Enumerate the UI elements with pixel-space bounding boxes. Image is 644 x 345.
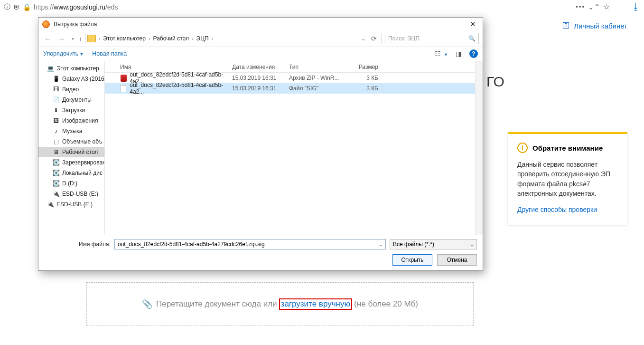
tree-item[interactable]: ⬚Объемные объ [38,136,104,147]
chevron-down-icon: ⌄ [470,242,474,247]
search-placeholder: Поиск: ЭЦП [388,35,420,42]
chevron-right-icon: › [190,36,196,41]
dialog-nav-row: ← → ▾ ↑ › Этот компьютер › Рабочий стол … [38,31,483,46]
folder-icon [87,35,96,42]
column-date[interactable]: Дата изменения [232,64,289,70]
filetype-select[interactable]: Все файлы (*.*) ⌄ [390,239,477,249]
tree-item[interactable]: 💽Зарезервирован [38,157,104,168]
file-type: Архив ZIP - WinR... [289,75,346,81]
nav-recent-chevron-icon[interactable]: ▾ [70,36,76,41]
breadcrumb[interactable]: › Этот компьютер › Рабочий стол › ЭЦП › … [85,33,383,44]
tree-item[interactable]: ♪Музыка [38,126,104,136]
url-display[interactable]: https://www.gosuslugi.ru/eds [34,3,118,11]
nav-forward-icon[interactable]: → [56,35,67,43]
chevron-right-icon: › [97,36,103,41]
file-dropzone[interactable]: 📎 Перетащите документ сюда или загрузите… [86,282,474,326]
chevron-down-icon[interactable]: ⌄ [379,242,383,247]
tree-item-label: D (D:) [62,180,77,187]
tree-item[interactable]: ⬇Загрузки [38,105,104,115]
lock-icon: 🔒 [23,3,31,11]
warning-icon: ! [517,143,528,153]
shield-icon[interactable]: ⛨ [13,3,20,11]
key-icon: ⚿ [562,21,570,30]
tree-item-label: Документы [62,96,92,103]
bookmark-star-icon[interactable]: ☆ [603,2,610,11]
tree-item[interactable]: 📱Galaxy A3 (2016) [38,74,104,84]
dialog-close-button[interactable]: ✕ [467,20,479,29]
tree-item[interactable]: 🖼Изображения [38,115,104,126]
pocket-icon[interactable]: ⌄⌃ [588,3,600,11]
tree-item-label: Музыка [62,128,82,134]
folder-tree[interactable]: 💻Этот компьютер📱Galaxy A3 (2016)🎞Видео📄Д… [38,61,105,235]
view-mode-icon[interactable]: ☷ ▼ [435,50,448,58]
notice-link[interactable]: Другие способы проверки [517,206,618,213]
tree-item[interactable]: 🔌ESD-USB (E:) [38,189,104,199]
page-actions-icon[interactable]: ••• [576,3,585,10]
new-folder-button[interactable]: Новая папка [92,50,127,57]
tree-item-label: Рабочий стол [62,149,98,155]
organize-menu[interactable]: Упорядочить▼ [43,50,84,57]
refresh-icon[interactable]: ⟳ [368,35,380,42]
tree-item-label: Этот компьютер [56,65,99,72]
file-size: 3 КБ [346,85,384,92]
file-open-dialog: Выгрузка файла ✕ ← → ▾ ↑ › Этот компьюте… [38,17,483,271]
tree-item-icon: ⬚ [53,138,59,145]
column-type[interactable]: Тип [289,64,346,70]
chevron-down-icon[interactable]: ⌄ [361,36,365,42]
tree-item-icon: 💽 [53,159,59,166]
breadcrumb-item[interactable]: ЭЦП [196,35,209,42]
tree-item-label: Видео [62,86,79,93]
tree-item[interactable]: 🔌ESD-USB (E:) [38,199,104,210]
tree-item[interactable]: 💽D (D:) [38,178,104,189]
tree-item-icon: 💽 [53,170,59,176]
file-date: 15.03.2019 16:31 [232,75,289,81]
tree-item-label: Galaxy A3 (2016) [62,76,105,82]
open-button[interactable]: Открыть [392,254,432,266]
page-title-fragment: ГО [486,74,504,90]
tree-item[interactable]: 🖥Рабочий стол [38,147,104,157]
column-name[interactable]: Имя [105,64,232,70]
filename-label: Имя файла: [44,241,111,248]
tree-item-label: Зарезервирован [62,159,105,166]
preview-pane-icon[interactable]: ◨ [456,50,462,58]
breadcrumb-item[interactable]: Этот компьютер [103,35,146,42]
tree-item[interactable]: 📄Документы [38,95,104,105]
dialog-search-input[interactable]: Поиск: ЭЦП 🔍 [385,33,479,44]
nav-back-icon[interactable]: ← [42,35,53,43]
tree-item-label: ESD-USB (E:) [56,201,93,208]
personal-cabinet-link[interactable]: ⚿ Личный кабинет [562,21,627,30]
info-icon[interactable]: ⓘ [4,3,10,11]
breadcrumb-item[interactable]: Рабочий стол [153,35,189,42]
tree-item[interactable]: 🎞Видео [38,84,104,95]
tree-item-icon: 💻 [47,65,54,72]
firefox-icon [42,20,50,28]
tree-item-label: ESD-USB (E:) [62,191,98,197]
tree-item-icon: ⬇ [53,107,59,114]
file-list: Имя Дата изменения Тип Размер out_docs_8… [105,61,475,235]
tree-item-icon: 📱 [53,76,59,82]
tree-item[interactable]: 💻Этот компьютер [38,63,104,74]
file-list-scrollbar[interactable] [475,61,483,235]
notice-title: Обратите внимание [532,144,603,152]
tree-item[interactable]: 💽Локальный дис [38,168,104,178]
chevron-down-icon: ▼ [79,52,84,57]
help-icon[interactable]: ? [469,49,478,58]
upload-manually-link[interactable]: загрузите вручную [281,299,351,308]
file-name: out_docs_82edcf2d-5d81-4caf-ad5b-4a2... [130,82,232,95]
filename-input[interactable]: out_docs_82edcf2d-5d81-4caf-ad5b-4a279cd… [114,239,386,249]
cancel-button[interactable]: Отмена [437,254,477,266]
dialog-title: Выгрузка файла [54,21,97,28]
file-row[interactable]: out_docs_82edcf2d-5d81-4caf-ad5b-4a2...1… [105,83,475,94]
downloads-icon[interactable]: ⭳ [632,2,640,12]
tree-item-label: Локальный дис [62,170,103,176]
nav-up-icon[interactable]: ↑ [79,35,82,42]
dialog-titlebar: Выгрузка файла ✕ [38,18,483,31]
tree-item-label: Загрузки [62,107,85,114]
sig-file-icon [121,85,126,92]
tree-item-icon: 🖥 [53,149,59,155]
file-size: 3 КБ [346,75,384,81]
column-size[interactable]: Размер [346,64,384,70]
dialog-bottom: Имя файла: out_docs_82edcf2d-5d81-4caf-a… [38,235,483,270]
chevron-right-icon: › [210,36,215,41]
tree-item-icon: 🎞 [53,86,59,93]
